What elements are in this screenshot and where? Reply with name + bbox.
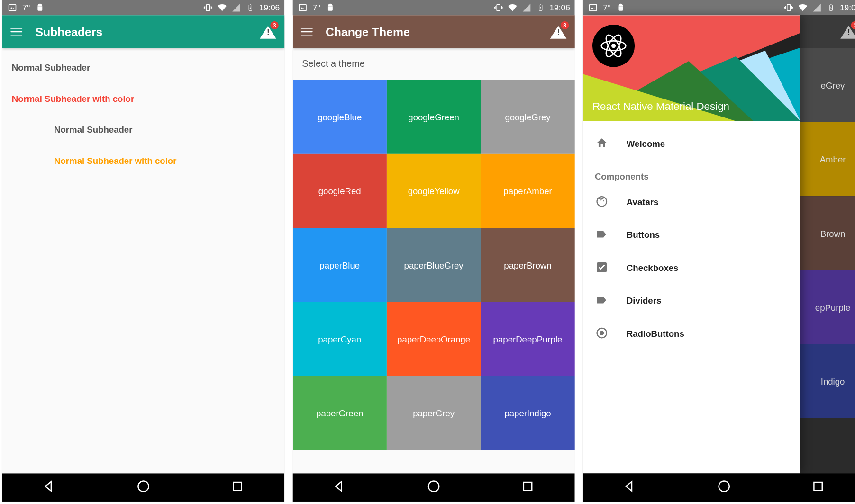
backdrop-theme-cell: Brown [800, 196, 855, 270]
theme-cell-googleGreen[interactable]: googleGreen [387, 80, 481, 154]
svg-rect-15 [830, 4, 831, 5]
vibrate-icon [203, 2, 213, 13]
backdrop-theme-cell: Amber [800, 122, 855, 196]
nav-bar [583, 473, 855, 502]
screen-drawer: 7° 19:06 ! 3 eGreyAmberBrownepPurpleIndi… [583, 0, 855, 502]
svg-rect-1 [207, 5, 210, 11]
select-theme-header: Select a theme [293, 48, 575, 80]
warning-badge[interactable]: ! 3 [260, 25, 276, 39]
subheader-list: Normal Subheader Normal Subheader with c… [2, 48, 284, 189]
checkbox-icon [595, 260, 609, 274]
battery-icon [536, 2, 546, 13]
svg-point-27 [597, 197, 607, 206]
drawer-item-label: Buttons [627, 229, 660, 239]
clock: 19:06 [840, 3, 855, 12]
home-icon[interactable] [717, 479, 731, 496]
home-icon[interactable] [136, 479, 151, 496]
svg-rect-3 [250, 4, 251, 5]
back-icon[interactable] [333, 479, 347, 496]
badge-count: 3 [270, 21, 278, 29]
react-logo-icon [592, 25, 635, 67]
app-bar: Subheaders ! 3 [2, 15, 284, 48]
svg-point-29 [603, 200, 604, 201]
theme-cell-paperCyan[interactable]: paperCyan [293, 302, 387, 376]
wifi-icon [798, 2, 808, 13]
drawer-item-dividers[interactable]: Dividers [583, 284, 800, 316]
warning-badge: ! 3 [840, 25, 855, 39]
battery-icon [245, 2, 255, 13]
face-icon [595, 194, 609, 208]
theme-cell-paperDeepOrange[interactable]: paperDeepOrange [387, 302, 481, 376]
recent-icon[interactable] [811, 479, 825, 496]
back-icon[interactable] [42, 479, 56, 496]
back-icon[interactable] [623, 479, 637, 496]
image-icon [297, 2, 308, 13]
app-bar-title: Change Theme [326, 25, 566, 39]
theme-cell-paperBrown[interactable]: paperBrown [481, 228, 574, 302]
navigation-drawer[interactable]: React Native Material Design Welcome Com… [583, 15, 800, 473]
drawer-item-checkboxes[interactable]: Checkboxes [583, 251, 800, 283]
svg-rect-9 [540, 4, 541, 5]
vibrate-icon [783, 2, 794, 13]
backdrop-theme-cell: Indigo [800, 344, 855, 418]
wifi-icon [507, 2, 518, 13]
theme-cell-paperGrey[interactable]: paperGrey [387, 376, 481, 450]
drawer-title: React Native Material Design [592, 100, 729, 113]
drawer-item-avatars[interactable]: Avatars [583, 185, 800, 218]
temperature: 7° [313, 3, 321, 12]
drawer-item-label: Welcome [627, 138, 665, 148]
theme-cell-googleGrey[interactable]: googleGrey [481, 80, 574, 154]
subheader-item: Normal Subheader with color [12, 88, 275, 119]
svg-rect-12 [590, 5, 597, 11]
drawer-item-radiobuttons[interactable]: RadioButtons [583, 316, 800, 349]
image-icon [7, 2, 18, 13]
theme-grid: googleBluegoogleGreengoogleGreygoogleRed… [293, 80, 575, 450]
svg-rect-0 [9, 5, 16, 11]
drawer-item-buttons[interactable]: Buttons [583, 218, 800, 251]
home-icon [595, 136, 609, 151]
svg-point-4 [138, 481, 148, 492]
theme-cell-googleRed[interactable]: googleRed [293, 154, 387, 228]
drawer-item-welcome[interactable]: Welcome [583, 127, 800, 160]
svg-rect-11 [524, 482, 532, 490]
label-icon [595, 293, 609, 307]
menu-icon[interactable] [301, 27, 313, 36]
svg-rect-7 [497, 5, 500, 11]
subheader-item: Normal Subheader with color [12, 150, 275, 181]
wifi-icon [217, 2, 227, 13]
drawer-section-header: Components [583, 160, 800, 185]
svg-point-28 [600, 200, 600, 201]
recent-icon[interactable] [521, 479, 535, 496]
nav-bar [293, 473, 575, 502]
svg-rect-5 [233, 482, 241, 490]
drawer-item-label: Avatars [627, 197, 659, 207]
theme-cell-paperBlueGrey[interactable]: paperBlueGrey [387, 228, 481, 302]
warning-badge[interactable]: ! 3 [550, 25, 567, 39]
theme-cell-paperAmber[interactable]: paperAmber [481, 154, 574, 228]
svg-point-33 [719, 481, 729, 492]
app-bar-title: Subheaders [35, 25, 276, 39]
theme-cell-paperDeepPurple[interactable]: paperDeepPurple [481, 302, 574, 376]
theme-cell-paperBlue[interactable]: paperBlue [293, 228, 387, 302]
signal-icon [811, 2, 822, 13]
android-icon [325, 2, 336, 13]
drawer-item-label: Checkboxes [627, 262, 679, 272]
backdrop-theme-cell: epPurple [800, 270, 855, 344]
android-icon [35, 2, 45, 13]
theme-cell-googleYellow[interactable]: googleYellow [387, 154, 481, 228]
menu-icon[interactable] [10, 27, 22, 36]
svg-rect-13 [787, 5, 791, 11]
theme-cell-paperGreen[interactable]: paperGreen [293, 376, 387, 450]
subheader-item: Normal Subheader [12, 56, 275, 88]
signal-icon [231, 2, 241, 13]
recent-icon[interactable] [230, 479, 245, 496]
app-bar: Change Theme ! 3 [293, 15, 575, 48]
svg-point-32 [600, 331, 604, 335]
svg-rect-6 [299, 5, 306, 11]
status-bar: 7° 19:06 [2, 0, 284, 15]
home-icon[interactable] [427, 479, 441, 496]
svg-rect-34 [814, 482, 822, 490]
theme-cell-paperIndigo[interactable]: paperIndigo [481, 376, 574, 450]
screen-change-theme: 7° 19:06 Change Theme ! 3 Select a theme… [293, 0, 575, 502]
theme-cell-googleBlue[interactable]: googleBlue [293, 80, 387, 154]
